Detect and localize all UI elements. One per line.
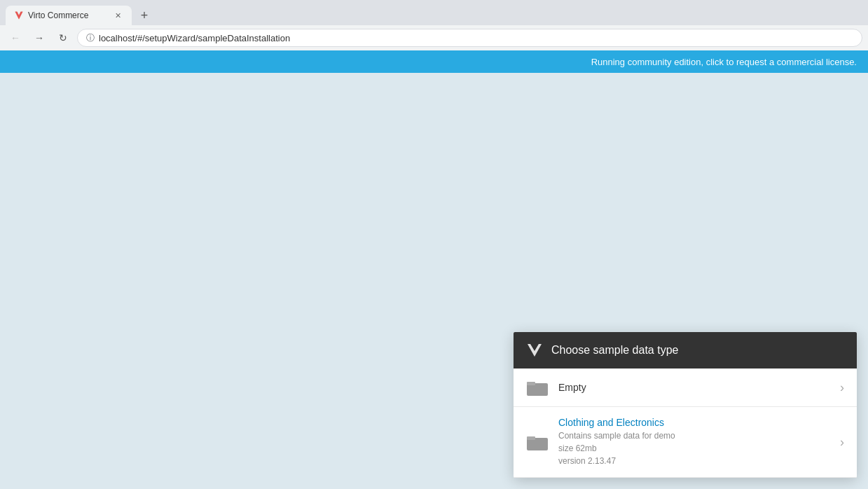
- dialog-panel: Choose sample data type Empty › Clothing…: [514, 332, 857, 478]
- clothing-chevron-icon: ›: [840, 435, 844, 450]
- tab-close-button[interactable]: ✕: [112, 10, 123, 21]
- empty-item-content: Empty: [558, 382, 830, 393]
- browser-tab[interactable]: Virto Commerce ✕: [6, 6, 132, 25]
- dialog-title: Choose sample data type: [551, 344, 678, 357]
- dialog-header: Choose sample data type: [514, 332, 857, 369]
- address-bar-row: ← → ↻ ⓘ localhost/#/setupWizard/sampleDa…: [0, 25, 868, 50]
- list-item-clothing-electronics[interactable]: Clothing and Electronics Contains sample…: [514, 407, 857, 478]
- folder-icon-clothing: [526, 433, 549, 451]
- folder-icon-empty: [526, 378, 549, 397]
- address-text: localhost/#/setupWizard/sampleDataInstal…: [99, 33, 290, 43]
- license-banner-text: Running community edition, click to requ…: [591, 57, 857, 67]
- new-tab-button[interactable]: +: [135, 6, 154, 25]
- lock-icon: ⓘ: [86, 32, 95, 44]
- license-banner[interactable]: Running community edition, click to requ…: [0, 50, 868, 73]
- forward-button[interactable]: →: [29, 28, 49, 48]
- tab-bar: Virto Commerce ✕ +: [0, 0, 868, 25]
- clothing-item-title: Clothing and Electronics: [558, 417, 830, 428]
- back-button[interactable]: ←: [6, 28, 25, 48]
- browser-chrome: Virto Commerce ✕ + ← → ↻ ⓘ localhost/#/s…: [0, 0, 868, 50]
- address-field[interactable]: ⓘ localhost/#/setupWizard/sampleDataInst…: [77, 29, 862, 47]
- list-item-empty[interactable]: Empty ›: [514, 369, 857, 407]
- main-content: Choose sample data type Empty › Clothing…: [0, 73, 868, 489]
- dialog-header-icon: [526, 342, 543, 359]
- clothing-item-content: Clothing and Electronics Contains sample…: [558, 417, 830, 467]
- svg-rect-6: [527, 436, 535, 440]
- tab-favicon: [14, 11, 24, 20]
- empty-chevron-icon: ›: [840, 380, 844, 395]
- clothing-item-subtitle: Contains sample data for demo size 62mb …: [558, 429, 830, 467]
- svg-rect-4: [527, 382, 535, 385]
- reload-button[interactable]: ↻: [53, 28, 73, 48]
- empty-item-title: Empty: [558, 382, 830, 393]
- tab-title: Virto Commerce: [28, 11, 108, 20]
- svg-marker-2: [528, 344, 542, 357]
